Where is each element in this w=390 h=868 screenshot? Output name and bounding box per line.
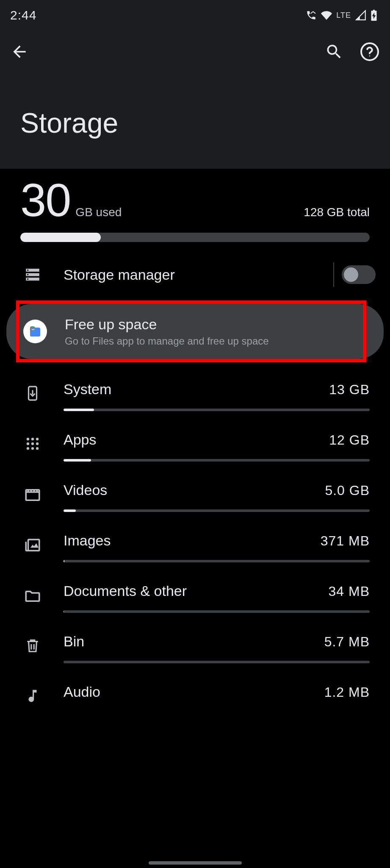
category-value: 13 GB: [329, 382, 370, 398]
files-app-icon: [23, 320, 47, 343]
category-row-system[interactable]: System13 GB: [0, 369, 390, 420]
page-title: Storage: [20, 107, 370, 139]
category-row-documents-other[interactable]: Documents & other34 MB: [0, 571, 390, 621]
storage-icon: [24, 266, 41, 284]
free-up-title: Free up space: [65, 316, 367, 333]
svg-point-16: [31, 447, 34, 450]
svg-point-15: [27, 447, 29, 450]
category-name: Images: [64, 532, 111, 549]
help-icon: [360, 42, 380, 62]
svg-point-0: [361, 43, 378, 60]
bin-icon: [22, 637, 43, 654]
status-bar: 2:44 LTE: [0, 0, 390, 31]
category-bar-fill: [64, 509, 76, 512]
category-name: Bin: [64, 633, 84, 650]
arrow-back-icon: [10, 42, 29, 61]
category-bar-fill: [64, 560, 64, 562]
category-value: 1.2 MB: [324, 684, 370, 700]
apps-icon: [22, 436, 43, 452]
back-button[interactable]: [10, 42, 29, 61]
videos-icon: [22, 486, 43, 504]
storage-manager-title: Storage manager: [64, 267, 333, 283]
svg-point-1: [369, 56, 370, 56]
category-row-audio[interactable]: Audio1.2 MB: [0, 672, 390, 712]
title-area: Storage: [0, 73, 390, 169]
battery-charging-icon: [371, 10, 377, 21]
status-icons: LTE: [306, 10, 377, 21]
usage-summary: 30 GB used 128 GB total: [0, 169, 390, 250]
category-bar-fill: [64, 409, 94, 411]
svg-point-10: [31, 438, 34, 440]
category-name: Documents & other: [64, 583, 187, 599]
category-bar: [64, 661, 370, 663]
svg-point-12: [27, 442, 29, 445]
documents-other-icon: [22, 587, 43, 605]
app-bar: [0, 31, 390, 73]
category-value: 371 MB: [321, 533, 370, 549]
search-icon: [325, 42, 343, 61]
divider: [333, 262, 334, 287]
category-value: 5.0 GB: [325, 483, 370, 498]
category-bar: [64, 459, 370, 462]
category-row-images[interactable]: Images371 MB: [0, 520, 390, 571]
usage-bar: [20, 233, 370, 242]
category-bar-fill: [64, 459, 91, 462]
network-label: LTE: [336, 11, 351, 20]
category-bar: [64, 560, 370, 562]
signal-icon: [355, 10, 366, 21]
wifi-calling-icon: [306, 10, 317, 21]
svg-point-11: [36, 438, 39, 440]
help-button[interactable]: [360, 42, 380, 62]
svg-point-17: [36, 447, 39, 450]
audio-icon: [22, 688, 43, 704]
category-bar: [64, 509, 370, 512]
images-icon: [22, 537, 43, 554]
system-icon: [22, 385, 43, 401]
free-up-subtitle: Go to Files app to manage and free up sp…: [65, 335, 367, 347]
storage-manager-row[interactable]: Storage manager: [0, 250, 390, 299]
usage-amount: 30: [20, 179, 70, 221]
category-name: Apps: [64, 431, 97, 448]
svg-rect-19: [28, 540, 39, 551]
category-value: 12 GB: [329, 432, 370, 448]
search-button[interactable]: [325, 42, 343, 61]
svg-point-7: [27, 278, 29, 280]
category-name: System: [64, 381, 111, 398]
category-value: 34 MB: [329, 584, 370, 599]
usage-total: 128 GB total: [304, 206, 370, 219]
category-bar: [64, 610, 370, 613]
nav-handle[interactable]: [149, 861, 242, 865]
svg-point-5: [27, 270, 29, 271]
storage-manager-toggle[interactable]: [342, 265, 376, 284]
category-name: Audio: [64, 684, 100, 700]
category-row-videos[interactable]: Videos5.0 GB: [0, 470, 390, 520]
category-name: Videos: [64, 482, 107, 498]
category-row-bin[interactable]: Bin5.7 MB: [0, 621, 390, 672]
usage-bar-fill: [20, 233, 101, 242]
svg-point-14: [36, 442, 39, 445]
svg-point-6: [27, 274, 29, 275]
svg-point-9: [27, 438, 29, 440]
svg-point-13: [31, 442, 34, 445]
usage-unit: GB used: [75, 206, 122, 219]
category-value: 5.7 MB: [324, 634, 370, 650]
wifi-icon: [321, 10, 332, 21]
free-up-space-button[interactable]: Free up space Go to Files app to manage …: [6, 304, 384, 359]
category-bar: [64, 409, 370, 411]
category-row-apps[interactable]: Apps12 GB: [0, 420, 390, 470]
status-time: 2:44: [10, 8, 36, 22]
toggle-knob: [344, 267, 358, 282]
